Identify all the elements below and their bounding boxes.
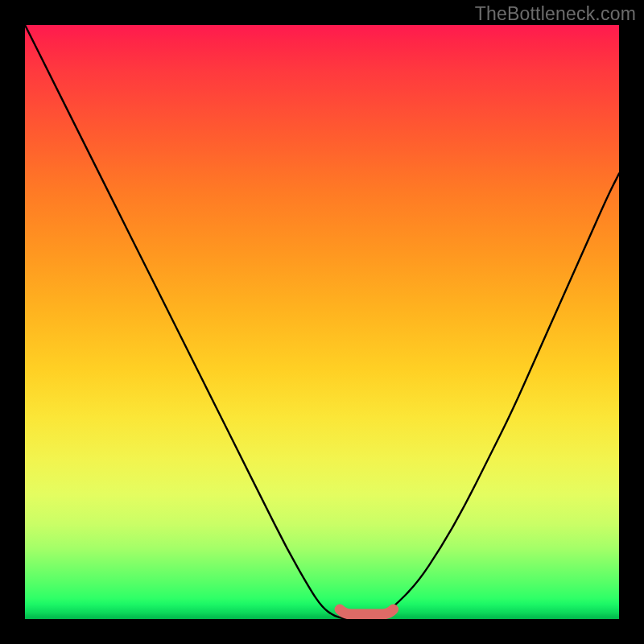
watermark-text: TheBottleneck.com — [475, 3, 636, 25]
plot-area — [25, 25, 619, 619]
chart-frame: TheBottleneck.com — [0, 0, 644, 644]
gradient-background — [25, 25, 619, 619]
